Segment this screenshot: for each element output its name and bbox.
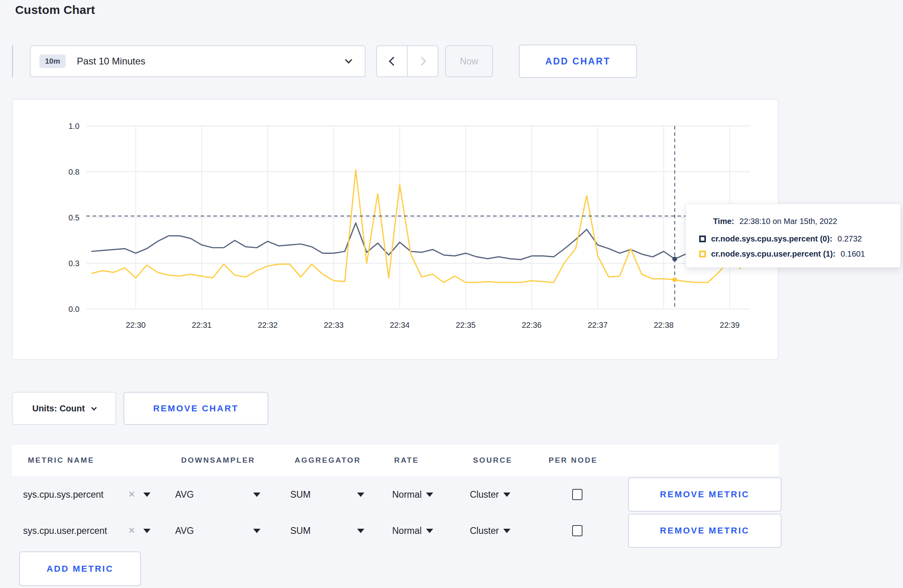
sys-series-swatch-icon xyxy=(699,236,706,242)
tooltip-series-row: cr.node.sys.cpu.user.percent (1): 0.1601 xyxy=(699,246,890,261)
per-node-checkbox[interactable] xyxy=(572,489,582,500)
svg-text:0.8: 0.8 xyxy=(68,167,80,176)
rate-value: Normal xyxy=(392,489,422,500)
downsampler-select[interactable]: AVG xyxy=(175,514,260,548)
remove-chart-button[interactable]: REMOVE CHART xyxy=(123,392,268,425)
per-node-checkbox[interactable] xyxy=(572,525,582,536)
downsampler-value: AVG xyxy=(175,489,194,500)
tooltip-sys-value: 0.2732 xyxy=(838,234,862,243)
caret-down-icon xyxy=(253,529,260,533)
prev-time-button[interactable] xyxy=(376,45,407,77)
clear-metric-icon[interactable]: ✕ xyxy=(128,526,135,536)
svg-text:22:35: 22:35 xyxy=(456,321,476,330)
tooltip-time-row: Time: 22:38:10 on Mar 15th, 2022 xyxy=(699,214,890,229)
source-value: Cluster xyxy=(470,489,499,500)
chevron-left-icon xyxy=(389,57,398,66)
tooltip-time-value: 22:38:10 on Mar 15th, 2022 xyxy=(739,217,837,226)
chart-svg[interactable]: 0.00.30.50.81.022:3022:3122:3222:3322:34… xyxy=(13,99,778,359)
add-chart-button[interactable]: ADD CHART xyxy=(519,45,637,78)
user-series-swatch-icon xyxy=(699,251,706,257)
header-downsampler: DOWNSAMPLER xyxy=(181,456,255,465)
source-select[interactable]: Cluster xyxy=(470,477,510,512)
aggregator-select[interactable]: SUM xyxy=(290,477,364,512)
caret-down-icon xyxy=(357,529,364,533)
downsampler-select[interactable]: AVG xyxy=(175,477,260,512)
rate-select[interactable]: Normal xyxy=(392,514,433,548)
svg-text:0.3: 0.3 xyxy=(68,259,80,268)
caret-down-icon xyxy=(426,529,433,533)
svg-text:1.0: 1.0 xyxy=(68,122,80,130)
tooltip-series-row: cr.node.sys.cpu.sys.percent (0): 0.2732 xyxy=(699,231,890,246)
header-rate: RATE xyxy=(394,456,419,465)
rate-select[interactable]: Normal xyxy=(392,477,433,512)
units-label: Units: Count xyxy=(32,403,85,414)
metric-table-header: METRIC NAME DOWNSAMPLER AGGREGATOR RATE … xyxy=(12,445,779,476)
tooltip-user-value: 0.1601 xyxy=(840,249,865,259)
custom-chart-page: Custom Chart 10m Past 10 Minutes Now ADD… xyxy=(0,0,903,588)
per-node-cell xyxy=(572,514,582,548)
chevron-right-icon xyxy=(417,57,426,66)
page-title: Custom Chart xyxy=(15,3,95,17)
chevron-down-icon xyxy=(345,56,352,63)
table-row: sys.cpu.user.percent ✕ AVG SUM Normal Cl… xyxy=(12,514,779,548)
tooltip-user-label: cr.node.sys.cpu.user.percent (1): xyxy=(711,249,835,259)
svg-text:0.0: 0.0 xyxy=(68,305,80,313)
now-button[interactable]: Now xyxy=(445,45,493,77)
svg-text:22:39: 22:39 xyxy=(720,321,740,330)
svg-text:22:33: 22:33 xyxy=(324,321,344,330)
downsampler-value: AVG xyxy=(175,526,194,536)
svg-text:22:37: 22:37 xyxy=(588,321,608,330)
svg-text:22:31: 22:31 xyxy=(192,321,212,330)
time-pager xyxy=(376,45,438,77)
rate-value: Normal xyxy=(392,526,422,536)
metric-name-select[interactable]: sys.cpu.sys.percent ✕ xyxy=(23,477,150,512)
aggregator-value: SUM xyxy=(290,489,311,500)
caret-down-icon xyxy=(143,529,150,533)
time-window-badge: 10m xyxy=(39,55,66,68)
chart-tooltip: Time: 22:38:10 on Mar 15th, 2022 cr.node… xyxy=(686,204,901,268)
svg-text:22:34: 22:34 xyxy=(390,321,410,330)
caret-down-icon xyxy=(143,493,150,497)
source-select[interactable]: Cluster xyxy=(470,514,510,548)
chart-panel: 0.00.30.50.81.022:3022:3122:3222:3322:34… xyxy=(12,99,779,360)
svg-text:22:30: 22:30 xyxy=(126,321,146,330)
svg-text:0.5: 0.5 xyxy=(68,213,80,222)
source-value: Cluster xyxy=(470,526,499,536)
header-per-node: PER NODE xyxy=(549,456,598,465)
svg-text:22:32: 22:32 xyxy=(258,321,278,330)
clear-metric-icon[interactable]: ✕ xyxy=(128,489,135,500)
chevron-down-icon xyxy=(91,405,97,410)
next-time-button[interactable] xyxy=(407,45,438,77)
caret-down-icon xyxy=(503,493,510,497)
toolbar-divider xyxy=(12,45,13,77)
add-metric-button[interactable]: ADD METRIC xyxy=(19,551,141,586)
svg-text:22:38: 22:38 xyxy=(654,321,674,330)
metric-name-value: sys.cpu.sys.percent xyxy=(23,489,104,500)
remove-metric-button[interactable]: REMOVE METRIC xyxy=(628,514,782,548)
caret-down-icon xyxy=(253,493,260,497)
remove-metric-button[interactable]: REMOVE METRIC xyxy=(628,477,782,512)
aggregator-select[interactable]: SUM xyxy=(290,514,364,548)
tooltip-sys-label: cr.node.sys.cpu.sys.percent (0): xyxy=(711,234,833,243)
units-dropdown[interactable]: Units: Count xyxy=(12,392,116,425)
metric-name-value: sys.cpu.user.percent xyxy=(23,526,107,536)
time-window-label: Past 10 Minutes xyxy=(77,56,145,67)
header-source: SOURCE xyxy=(473,456,512,465)
caret-down-icon xyxy=(426,493,433,497)
time-window-dropdown[interactable]: 10m Past 10 Minutes xyxy=(30,45,366,77)
per-node-cell xyxy=(572,477,582,512)
table-row: sys.cpu.sys.percent ✕ AVG SUM Normal Clu… xyxy=(12,477,779,512)
aggregator-value: SUM xyxy=(290,526,311,536)
caret-down-icon xyxy=(357,493,364,497)
header-metric-name: METRIC NAME xyxy=(28,456,94,465)
tooltip-time-label: Time: xyxy=(713,217,734,226)
caret-down-icon xyxy=(503,529,510,533)
metric-name-select[interactable]: sys.cpu.user.percent ✕ xyxy=(23,514,150,548)
svg-text:22:36: 22:36 xyxy=(522,321,542,330)
header-aggregator: AGGREGATOR xyxy=(295,456,361,465)
